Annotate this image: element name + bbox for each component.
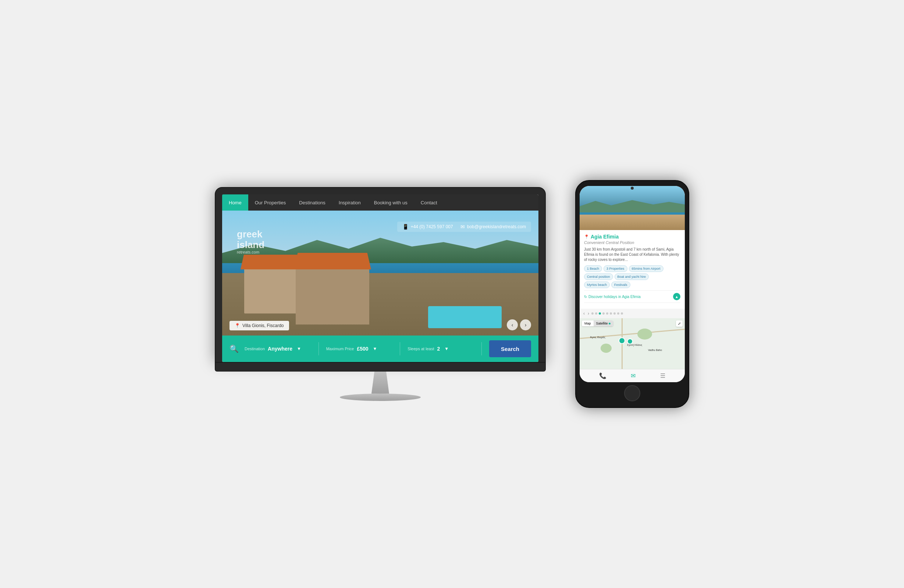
- phone-frame: 📍 Agia Efimia Convenient Central Positio…: [575, 180, 689, 408]
- search-button[interactable]: Search: [489, 340, 531, 357]
- map-green-area-2: [601, 344, 612, 353]
- map-green-area-1: [637, 329, 652, 340]
- phone-bottom-bar: 📞 ✉ ☰: [580, 369, 685, 382]
- collapse-button[interactable]: ▲: [673, 293, 680, 300]
- phone-bottom-email-icon[interactable]: ✉: [631, 372, 635, 379]
- carousel-row: ‹ ›: [580, 309, 685, 318]
- phone-map[interactable]: Map Satellite ⤢ Άγιος Θωμάς Σγελή Ηλίους…: [580, 318, 685, 369]
- hero-section: greek island retreats.com 📱 +44 (0) 7425…: [222, 211, 539, 336]
- sleeps-chevron-icon: ▼: [444, 346, 449, 352]
- tag-central: Central position: [584, 273, 613, 280]
- monitor-stand-neck: [365, 372, 395, 394]
- hero-prev-button[interactable]: ‹: [507, 319, 518, 330]
- tag-beach: 1 Beach: [584, 265, 602, 272]
- carousel-dot-5[interactable]: [606, 312, 608, 315]
- location-pin-icon: 📍: [235, 323, 240, 328]
- nav-item-home[interactable]: Home: [222, 194, 248, 211]
- discover-link[interactable]: ↻ Discover holidays in Agia Efimia ▲: [584, 290, 680, 303]
- carousel-next-button[interactable]: ›: [587, 311, 590, 316]
- phone-content: 📍 Agia Efimia Convenient Central Positio…: [580, 230, 685, 309]
- monitor-stand-base: [340, 394, 421, 401]
- tags-row-3: Myrtos beach Festivals: [584, 282, 680, 288]
- map-expand-button[interactable]: ⤢: [676, 320, 683, 327]
- destination-field[interactable]: Destination Anywhere ▼: [245, 346, 311, 352]
- hero-building-left: [244, 266, 303, 314]
- search-bar: 🔍 Destination Anywhere ▼ Maximum Price £…: [222, 336, 539, 362]
- monitor-chin: [215, 363, 546, 372]
- phone-icon: 📱: [402, 224, 409, 230]
- phone-camera: [631, 187, 634, 190]
- phone-screen: 📍 Agia Efimia Convenient Central Positio…: [580, 186, 685, 382]
- price-chevron-icon: ▼: [373, 346, 377, 352]
- desktop-monitor-wrapper: Home Our Properties Destinations Inspira…: [215, 187, 546, 401]
- monitor-frame: Home Our Properties Destinations Inspira…: [215, 187, 546, 363]
- map-btn-satellite[interactable]: Satellite: [594, 320, 613, 326]
- nav-item-properties[interactable]: Our Properties: [248, 194, 293, 211]
- nav-item-booking[interactable]: Booking with us: [367, 194, 414, 211]
- tag-boat: Boat and yacht hire: [615, 273, 649, 280]
- carousel-dot-7[interactable]: [613, 312, 616, 315]
- carousel-dot-6[interactable]: [610, 312, 612, 315]
- tags-row-2: Central position Boat and yacht hire: [584, 273, 680, 280]
- carousel-prev-button[interactable]: ‹: [583, 311, 585, 316]
- map-label-1: Άγιος Θωμάς: [590, 336, 605, 339]
- discover-refresh-icon: ↻: [584, 295, 587, 299]
- carousel-dot-3[interactable]: [599, 312, 601, 315]
- hero-building-right: [296, 266, 369, 325]
- carousel-dot-4[interactable]: [602, 312, 605, 315]
- nav-item-contact[interactable]: Contact: [414, 194, 444, 211]
- phone-wrapper: 📍 Agia Efimia Convenient Central Positio…: [575, 180, 689, 408]
- phone-contact: 📱 +44 (0) 7425 597 007: [402, 224, 453, 230]
- tag-airport: 65mins from Airport: [629, 265, 664, 272]
- map-type-toggle[interactable]: Map Satellite: [582, 320, 613, 326]
- destination-chevron-icon: ▼: [297, 346, 301, 352]
- nav-item-inspiration[interactable]: Inspiration: [332, 194, 367, 211]
- map-label-3: Vadhu Baho: [648, 349, 662, 352]
- nav-bar: Home Our Properties Destinations Inspira…: [222, 194, 539, 211]
- phone-home-button[interactable]: [624, 385, 640, 401]
- carousel-dot-1[interactable]: [591, 312, 594, 315]
- tags-row-1: 1 Beach 3 Properties 65mins from Airport: [584, 265, 680, 272]
- hero-pool: [428, 306, 502, 328]
- location-label: 📍 Villa Gionis, Fiscardo: [229, 321, 289, 330]
- site-logo: greek island retreats.com: [237, 229, 264, 254]
- carousel-dot-9[interactable]: [621, 312, 623, 315]
- search-bar-icon: 🔍: [229, 344, 239, 353]
- hero-navigation: ‹ ›: [507, 319, 531, 330]
- tag-properties: 3 Properties: [604, 265, 627, 272]
- phone-location-subtitle: Convenient Central Position: [584, 240, 680, 245]
- phone-bottom-menu-icon[interactable]: ☰: [660, 372, 665, 379]
- phone-location-title: 📍 Agia Efimia: [584, 234, 680, 240]
- carousel-dot-2[interactable]: [595, 312, 597, 315]
- phone-description: Just 30 km from Argostoli and 7 km north…: [584, 247, 680, 262]
- map-location-marker: [619, 337, 625, 344]
- carousel-dot-8[interactable]: [617, 312, 620, 315]
- satellite-active-dot: [608, 323, 610, 325]
- hero-next-button[interactable]: ›: [520, 319, 531, 330]
- nav-item-destinations[interactable]: Destinations: [292, 194, 332, 211]
- email-icon: ✉: [460, 224, 465, 230]
- phone-bottom-phone-icon[interactable]: 📞: [599, 372, 607, 379]
- tag-myrtos: Myrtos beach: [584, 282, 610, 288]
- tag-festivals: Festivals: [611, 282, 631, 288]
- field-divider-3: [481, 342, 482, 355]
- price-field[interactable]: Maximum Price £500 ▼: [326, 346, 393, 352]
- phone-hero-image: [580, 186, 685, 230]
- sleeps-field[interactable]: Sleeps at least 2 ▼: [408, 346, 474, 352]
- phone-buildings: [580, 214, 685, 230]
- phone-pin-icon: 📍: [584, 235, 589, 239]
- monitor-screen: Home Our Properties Destinations Inspira…: [222, 194, 539, 362]
- contact-bar: 📱 +44 (0) 7425 597 007 ✉ bob@greekisland…: [397, 222, 531, 232]
- map-label-2: Σγελή Ηλίους: [627, 344, 643, 346]
- map-btn-map[interactable]: Map: [582, 320, 594, 326]
- email-contact: ✉ bob@greekislandretreats.com: [460, 224, 526, 230]
